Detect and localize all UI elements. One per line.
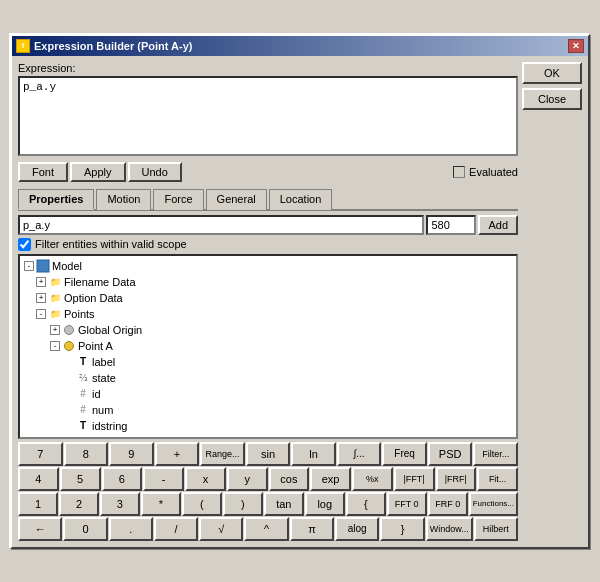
key-8[interactable]: 8 [64,442,109,466]
key-4[interactable]: 4 [18,467,59,491]
expand-point-a[interactable]: - [50,341,60,351]
filter-row: Filter entities within valid scope [18,238,518,251]
tree-item-filename[interactable]: + 📁 Filename Data [22,274,514,290]
key-lparen[interactable]: ( [182,492,222,516]
window-title: Expression Builder (Point A-y) [34,40,193,52]
undo-button[interactable]: Undo [128,162,182,182]
key-range[interactable]: Range... [200,442,245,466]
tree-item-points[interactable]: - 📁 Points [22,306,514,322]
tab-motion[interactable]: Motion [96,189,151,210]
key-y[interactable]: y [227,467,268,491]
key-9[interactable]: 9 [109,442,154,466]
key-pi[interactable]: π [290,517,334,541]
tree-item-option[interactable]: + 📁 Option Data [22,290,514,306]
tab-location[interactable]: Location [269,189,333,210]
tab-general[interactable]: General [206,189,267,210]
tree-item-global-origin[interactable]: + Global Origin [22,322,514,338]
tree-label-model: Model [52,260,82,272]
titlebar: f Expression Builder (Point A-y) ✕ [12,36,588,56]
key-minus[interactable]: - [143,467,184,491]
toolbar-row: Font Apply Undo Evaluated [18,162,518,182]
key-backspace[interactable]: ← [18,517,62,541]
search-input[interactable] [18,215,424,235]
key-lbrace[interactable]: { [346,492,386,516]
key-frf0[interactable]: FRF 0 [428,492,468,516]
value-input[interactable] [426,215,476,235]
key-power[interactable]: ^ [244,517,288,541]
tree-item-model[interactable]: - Model [22,258,514,274]
key-exp[interactable]: exp [310,467,351,491]
expand-points[interactable]: - [36,309,46,319]
key-log[interactable]: log [305,492,345,516]
tab-force[interactable]: Force [153,189,203,210]
expand-option[interactable]: + [36,293,46,303]
key-0[interactable]: 0 [63,517,107,541]
key-sqrt[interactable]: √ [199,517,243,541]
key-freq[interactable]: Freq [382,442,427,466]
T-icon-idstring: T [76,419,90,433]
expand-global-origin[interactable]: + [50,325,60,335]
key-plus[interactable]: + [155,442,200,466]
tree-label-note: note [92,436,113,439]
key-rbrace[interactable]: } [380,517,424,541]
tree-item-state[interactable]: ⅔ state [22,370,514,386]
key-cos[interactable]: cos [269,467,310,491]
key-alog[interactable]: alog [335,517,379,541]
key-6[interactable]: 6 [102,467,143,491]
filter-label: Filter entities within valid scope [35,238,187,250]
key-2[interactable]: 2 [59,492,99,516]
title-icon: f [16,39,30,53]
tree-label-global-origin: Global Origin [78,324,142,336]
key-fft[interactable]: |FFT| [394,467,435,491]
ok-button[interactable]: OK [522,62,582,84]
apply-button[interactable]: Apply [70,162,126,182]
key-pctx[interactable]: %x [352,467,393,491]
key-ln[interactable]: ln [291,442,336,466]
key-3[interactable]: 3 [100,492,140,516]
key-tan[interactable]: tan [264,492,304,516]
key-frf[interactable]: |FRF| [436,467,477,491]
key-fit[interactable]: Fit... [477,467,518,491]
tree-item-num[interactable]: # num [22,402,514,418]
tree-container[interactable]: - Model + 📁 Filename Data + 📁 Option Da [18,254,518,439]
key-5[interactable]: 5 [60,467,101,491]
filter-checkbox[interactable] [18,238,31,251]
tree-label-idstring: idstring [92,420,127,432]
key-divide[interactable]: / [154,517,198,541]
tree-item-label[interactable]: T label [22,354,514,370]
expand-model[interactable]: - [24,261,34,271]
tab-properties[interactable]: Properties [18,189,94,210]
key-fft0[interactable]: FFT 0 [387,492,427,516]
font-button[interactable]: Font [18,162,68,182]
tree-label-point-a: Point A [78,340,113,352]
key-x[interactable]: x [185,467,226,491]
key-filter[interactable]: Filter... [473,442,518,466]
key-rparen[interactable]: ) [223,492,263,516]
evaluated-checkbox[interactable] [453,166,465,178]
key-1[interactable]: 1 [18,492,58,516]
close-button[interactable]: Close [522,88,582,110]
add-button[interactable]: Add [478,215,518,235]
model-icon [36,259,50,273]
key-hilbert[interactable]: Hilbert [474,517,518,541]
expand-filename[interactable]: + [36,277,46,287]
key-7[interactable]: 7 [18,442,63,466]
key-integral[interactable]: ∫... [337,442,382,466]
key-dot[interactable]: . [109,517,153,541]
tree-item-idstring[interactable]: T idstring [22,418,514,434]
keypad-row-4: ← 0 . / √ ^ π alog } Window... Hilbert [18,517,518,541]
tree-item-point-a[interactable]: - Point A [22,338,514,354]
key-multiply[interactable]: * [141,492,181,516]
tree-item-note[interactable]: T note [22,434,514,439]
keypad-row-2: 4 5 6 - x y cos exp %x |FFT| |FRF| Fit..… [18,467,518,491]
key-functions[interactable]: Functions... [469,492,518,516]
key-sin[interactable]: sin [246,442,291,466]
key-psd[interactable]: PSD [428,442,473,466]
key-window[interactable]: Window... [426,517,473,541]
expression-textarea[interactable]: p_a.y [18,76,518,156]
T-icon-label: T [76,355,90,369]
folder-icon-points: 📁 [48,307,62,321]
main-area: Expression: p_a.y Font Apply Undo Evalua… [18,62,518,541]
close-title-button[interactable]: ✕ [568,39,584,53]
tree-item-id[interactable]: # id [22,386,514,402]
